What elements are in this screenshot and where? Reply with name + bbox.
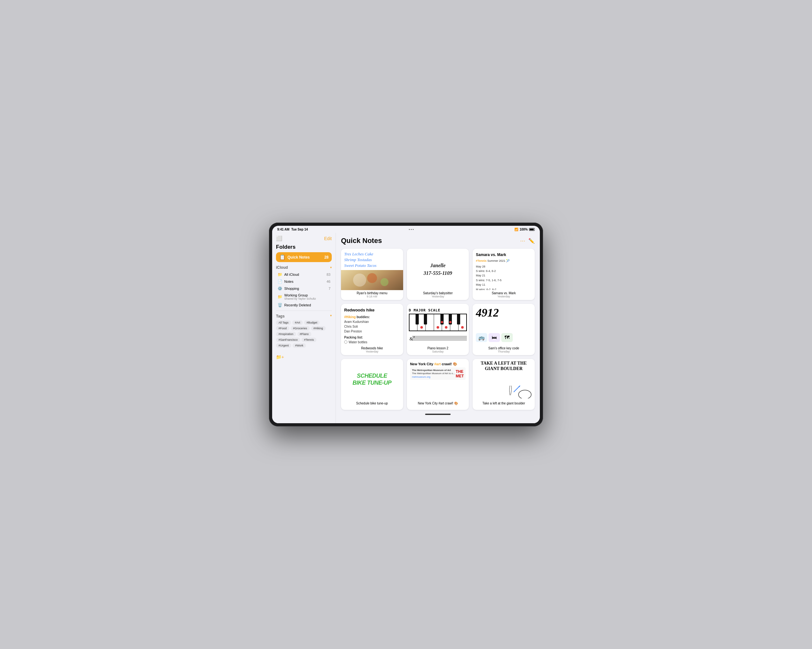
- sidebar-item-recently-deleted[interactable]: 🗑️ Recently Deleted: [276, 302, 332, 309]
- janelle-text: Janelle317-555-1109: [424, 262, 452, 277]
- birthday-menu-text: Tres Leches CakeShrimp TostadasSweet Pot…: [341, 249, 403, 270]
- red-dot: [420, 326, 423, 329]
- dot2: [411, 229, 412, 230]
- note-card-janelle[interactable]: Janelle317-555-1109 Saturday's babysitte…: [407, 249, 469, 300]
- tag-art[interactable]: #Art: [292, 320, 303, 325]
- tags-section: Tags ▾ All Tags #Art #Budget #Food #Groc…: [276, 314, 332, 348]
- tag-inspiration[interactable]: #Inspiration: [276, 332, 296, 336]
- shopping-icon: ⚙️: [277, 286, 282, 291]
- tag-all-tags[interactable]: All Tags: [276, 320, 291, 325]
- piano-visual: D MAJOR SCALE: [409, 308, 467, 341]
- ipad-frame: 9:41 AM Tue Sep 14 📶 100% ⬜: [269, 222, 543, 427]
- note-footer-janelle: Saturday's babysitter Yesterday: [407, 290, 469, 300]
- tags-title: Tags ▾: [276, 314, 332, 318]
- tag-tennis[interactable]: #Tennis: [301, 338, 316, 342]
- note-footer-keycode: Sam's office key code Thursday: [473, 345, 535, 355]
- note-title-birthday: Ryan's birthday menu: [344, 291, 400, 295]
- keycode-number: 4912: [476, 307, 531, 318]
- new-note-button[interactable]: ✏️: [528, 238, 535, 244]
- notes-grid: Tres Leches CakeShrimp TostadasSweet Pot…: [341, 249, 535, 410]
- note-card-keycode[interactable]: 4912 🚌 🛏 🗺 Sam's office key code Thursda…: [473, 304, 535, 355]
- met-museum-card: The Metropolitan Museum of Art The Metro…: [410, 367, 466, 380]
- quick-notes-icon: 📋: [279, 254, 285, 260]
- notes-area-title: Quick Notes: [341, 237, 382, 245]
- svg-text:&: &: [409, 337, 413, 341]
- icloud-section-label: iCloud ▾: [276, 265, 332, 270]
- bike-tune-text: SCHEDULEBIKE TUNE-UP: [353, 373, 391, 386]
- note-footer-piano: Piano lesson 2 Saturday: [407, 345, 469, 355]
- checkbox-water: [344, 340, 347, 344]
- note-footer: Ryan's birthday menu 9:18 AM: [341, 290, 403, 300]
- note-footer-biketune: Schedule bike tune-up: [341, 400, 403, 407]
- trash-icon: 🗑️: [277, 303, 282, 307]
- piano-staff: & #: [409, 335, 467, 341]
- sidebar-header: ⬜ Edit: [276, 235, 332, 241]
- notes-icon: 📄: [277, 279, 282, 284]
- dot1: [409, 229, 410, 230]
- sidebar-item-quick-notes[interactable]: 📋 Quick Notes 28: [276, 252, 332, 262]
- section-divider: [276, 311, 332, 311]
- note-card-biketune[interactable]: SCHEDULEBIKE TUNE-UP Schedule bike tune-…: [341, 359, 403, 410]
- note-card-samara[interactable]: Samara vs. Mark #Tennis Summer 2021 🎾 Ma…: [473, 249, 535, 300]
- notes-header: Quick Notes ⋯ ✏️: [341, 237, 535, 245]
- note-card-nycart[interactable]: New York City #art crawl! 🎨 The Metropol…: [407, 359, 469, 410]
- tag-food[interactable]: #Food: [276, 326, 289, 331]
- maps-home-icon: 🛏: [488, 333, 500, 342]
- note-footer-samara: Samara vs. Mark Yesterday: [473, 290, 535, 300]
- svg-text:#: #: [413, 335, 415, 338]
- maps-map-icon: 🗺: [501, 333, 513, 342]
- maps-transit-icon: 🚌: [476, 333, 487, 342]
- main-content: ⬜ Edit Folders 📋 Quick Notes 28 iCloud ▾: [272, 233, 540, 423]
- folder-icon: 📁: [277, 272, 282, 277]
- sidebar-item-notes[interactable]: 📄 Notes 46: [276, 278, 332, 285]
- sidebar-item-all-icloud[interactable]: 📁 All iCloud 83: [276, 271, 332, 278]
- date-display: Tue Sep 14: [291, 228, 308, 231]
- tag-san-francisco[interactable]: #SanFrancisco: [276, 338, 300, 342]
- time-display: 9:41 AM: [277, 228, 289, 231]
- scroll-indicator: [341, 414, 535, 417]
- note-card-redwoods[interactable]: Redwoods hike #Hiking buddies: Aram Kudu…: [341, 304, 403, 355]
- piano-keys-container: [409, 314, 467, 331]
- tags-chevron-icon[interactable]: ▾: [330, 314, 332, 318]
- note-card-birthday-menu[interactable]: Tres Leches CakeShrimp TostadasSweet Pot…: [341, 249, 403, 300]
- boulder-sketch: [507, 382, 533, 398]
- samara-title: Samara vs. Mark: [476, 252, 531, 258]
- note-footer-redwoods: Redwoods hike Yesterday: [341, 345, 403, 355]
- sidebar-footer: 📁+: [276, 354, 332, 360]
- svg-point-6: [519, 390, 531, 398]
- tag-hiking[interactable]: #Hiking: [311, 326, 326, 331]
- status-bar: 9:41 AM Tue Sep 14 📶 100%: [272, 226, 540, 233]
- dot3: [413, 229, 414, 230]
- wifi-icon: 📶: [514, 228, 518, 231]
- birthday-food-image: [341, 270, 403, 290]
- tag-work[interactable]: #Work: [293, 343, 306, 348]
- ipad-screen: 9:41 AM Tue Sep 14 📶 100% ⬜: [272, 226, 540, 423]
- battery-icon: [529, 228, 535, 231]
- battery-display: 100%: [519, 228, 528, 231]
- nyc-title: New York City #art crawl! 🎨: [410, 362, 466, 366]
- sidebar-item-working-group[interactable]: 📁 Working Group Shared by Taylor Schultz: [276, 292, 332, 302]
- redwoods-title: Redwoods hike: [344, 307, 400, 313]
- keycode-maps: 🚌 🛏 🗺: [476, 333, 531, 342]
- sidebar-toggle-icon[interactable]: ⬜: [276, 235, 282, 241]
- note-card-piano[interactable]: D MAJOR SCALE: [407, 304, 469, 355]
- tag-piano[interactable]: #Piano: [297, 332, 311, 336]
- more-options-button[interactable]: ⋯: [520, 238, 525, 244]
- note-card-boulder[interactable]: TAKE A LEFT AT THE GIANT BOULDER: [473, 359, 535, 410]
- new-folder-button[interactable]: 📁+: [276, 355, 284, 360]
- tags-grid: All Tags #Art #Budget #Food #Groceries #…: [276, 320, 332, 348]
- note-footer-boulder: Take a left at the giant boulder: [473, 400, 535, 407]
- note-footer-nycart: New York City #art crawl! 🎨: [407, 400, 469, 407]
- notes-actions: ⋯ ✏️: [520, 238, 535, 244]
- tag-budget[interactable]: #Budget: [304, 320, 320, 325]
- edit-button[interactable]: Edit: [324, 236, 332, 241]
- boulder-text: TAKE A LEFT AT THE GIANT BOULDER: [475, 361, 533, 372]
- tag-urgent[interactable]: #Urgent: [276, 343, 291, 348]
- notes-area: Quick Notes ⋯ ✏️ Tres Leches CakeShrimp …: [336, 233, 540, 423]
- sidebar-item-shopping[interactable]: ⚙️ Shopping 7: [276, 285, 332, 292]
- tag-groceries[interactable]: #Groceries: [291, 326, 310, 331]
- folders-title: Folders: [276, 244, 332, 250]
- working-group-icon: 📁: [277, 294, 282, 299]
- sidebar: ⬜ Edit Folders 📋 Quick Notes 28 iCloud ▾: [272, 233, 336, 423]
- icloud-chevron-icon[interactable]: ▾: [330, 266, 332, 269]
